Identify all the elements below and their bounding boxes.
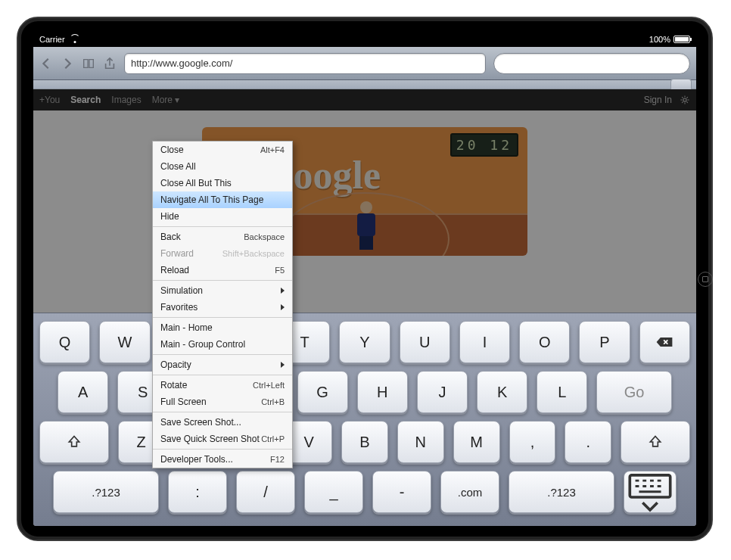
submenu-arrow-icon (281, 288, 285, 294)
key-punct[interactable]: / (236, 471, 295, 513)
menu-item[interactable]: Favorites (153, 299, 292, 316)
dotcom-key[interactable]: .com (440, 471, 499, 513)
tab-strip[interactable] (33, 80, 696, 89)
menu-item[interactable]: Main - Home (153, 319, 292, 336)
menu-item[interactable]: Hide (153, 208, 292, 225)
key-l[interactable]: L (537, 371, 587, 413)
search-field[interactable] (493, 53, 690, 74)
menu-separator (153, 449, 292, 450)
battery-pct: 100% (649, 35, 670, 44)
key-h[interactable]: H (357, 371, 408, 413)
menu-item[interactable]: Simulation (153, 282, 292, 299)
menu-item[interactable]: Close All (153, 158, 292, 175)
shift-key-left[interactable] (39, 421, 109, 463)
bookmarks-button[interactable] (82, 57, 95, 70)
shift-key-right[interactable] (621, 421, 690, 463)
menu-item[interactable]: BackBackspace (153, 229, 292, 245)
address-bar[interactable] (124, 53, 486, 74)
menu-separator (153, 354, 292, 355)
key-i[interactable]: I (459, 321, 510, 363)
key-n[interactable]: N (397, 421, 444, 463)
menu-item[interactable]: Opacity (153, 356, 292, 373)
key-q[interactable]: Q (39, 321, 90, 363)
key-u[interactable]: U (400, 321, 450, 363)
wifi-icon (70, 36, 80, 43)
key-punct[interactable]: , (509, 421, 556, 463)
page-content: +You Search Images More ▾ Sign In 20 12 … (33, 89, 696, 526)
key-m[interactable]: M (453, 421, 500, 463)
menu-item[interactable]: Save Screen Shot... (153, 414, 292, 431)
forward-button[interactable] (61, 57, 74, 70)
menu-item[interactable]: RotateCtrl+Left (153, 377, 292, 394)
menu-item: ForwardShift+Backspace (153, 245, 292, 262)
key-p[interactable]: P (579, 321, 630, 363)
hide-keyboard-key[interactable] (624, 471, 677, 513)
menu-separator (153, 375, 292, 375)
menu-item[interactable]: ReloadF5 (153, 262, 292, 278)
key-punct[interactable]: . (565, 421, 611, 463)
menu-item[interactable]: Navigate All To This Page (153, 191, 292, 208)
key-w[interactable]: W (99, 321, 150, 363)
back-button[interactable] (39, 57, 53, 70)
browser-toolbar (33, 47, 696, 80)
menu-item[interactable]: Save Quick Screen ShotCtrl+P (153, 431, 292, 447)
key-y[interactable]: Y (339, 321, 390, 363)
key-a[interactable]: A (58, 371, 108, 413)
key-j[interactable]: J (417, 371, 468, 413)
home-button[interactable] (698, 272, 713, 287)
menu-item[interactable]: Full ScreenCtrl+B (153, 394, 292, 410)
key-k[interactable]: K (477, 371, 527, 413)
key-punct[interactable]: : (168, 471, 227, 513)
backspace-key[interactable] (639, 321, 690, 363)
key-o[interactable]: O (519, 321, 570, 363)
menu-item[interactable]: CloseAlt+F4 (153, 142, 292, 158)
menu-separator (153, 317, 292, 318)
menu-separator (153, 226, 292, 227)
key-punct[interactable]: _ (304, 471, 363, 513)
go-key[interactable]: Go (596, 371, 672, 413)
key-punct[interactable]: - (372, 471, 431, 513)
menu-item[interactable]: Developer Tools...F12 (153, 451, 292, 468)
menu-item[interactable]: Close All But This (153, 175, 292, 191)
carrier-label: Carrier (39, 35, 65, 44)
share-button[interactable] (103, 57, 117, 70)
numeric-key-left[interactable]: .?123 (53, 471, 159, 513)
onscreen-keyboard: QWERTYUIOP ASDFGHJKLGo ZXCVBNM,. .?123:/… (33, 313, 696, 526)
menu-separator (153, 280, 292, 281)
context-menu[interactable]: CloseAlt+F4Close AllClose All But ThisNa… (152, 141, 293, 468)
menu-separator (153, 412, 292, 412)
battery-icon (673, 36, 690, 43)
key-b[interactable]: B (341, 421, 388, 463)
ipad-screen: Carrier 100% (33, 32, 696, 526)
status-bar: Carrier 100% (33, 32, 696, 47)
submenu-arrow-icon (281, 304, 285, 310)
numeric-key-right[interactable]: .?123 (509, 471, 614, 513)
menu-item[interactable]: Main - Group Control (153, 336, 292, 353)
submenu-arrow-icon (281, 362, 285, 368)
ipad-frame: Carrier 100% (17, 17, 713, 541)
key-g[interactable]: G (297, 371, 348, 413)
